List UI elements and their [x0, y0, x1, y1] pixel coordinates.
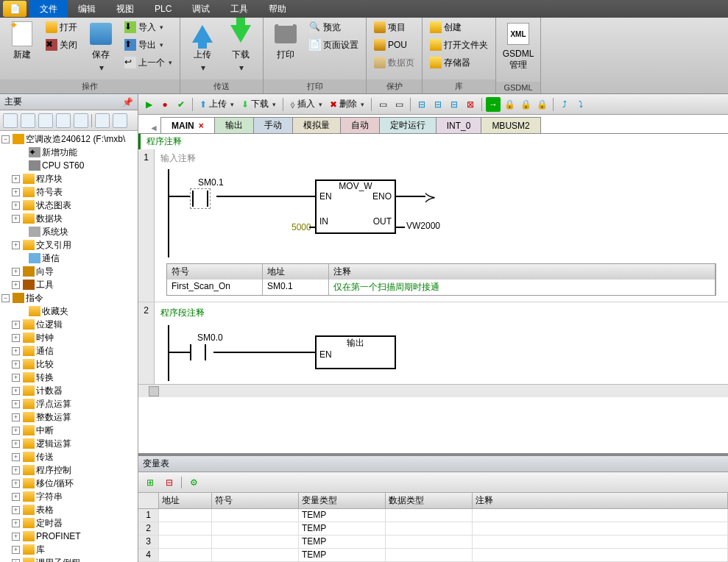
upload-button[interactable]: 上传▾ [185, 19, 220, 73]
vt-delete-icon[interactable]: ⊟ [162, 475, 177, 490]
tb-goto[interactable]: → [486, 97, 501, 112]
memory-button[interactable]: 存储器 [427, 54, 491, 71]
tree-logic[interactable]: +逻辑运算 [0, 437, 138, 450]
download-button[interactable]: 下载▾ [223, 19, 258, 73]
contact-sm0-1[interactable]: SM0.1 [190, 188, 211, 209]
tree-shift[interactable]: +移位/循环 [0, 477, 138, 490]
tree-project-root[interactable]: −空调改造240612 (F:\mxb\ [0, 132, 138, 146]
tb-b4[interactable]: ⊟ [431, 97, 445, 112]
tree-interrupt[interactable]: +中断 [0, 424, 138, 437]
menu-tools[interactable]: 工具 [220, 0, 258, 18]
create-button[interactable]: 创建 [427, 19, 491, 35]
tab-timer-run[interactable]: 定时运行 [379, 117, 437, 133]
tb-download[interactable]: ⬇下载▾ [238, 98, 279, 110]
tree-cross-ref[interactable]: +交叉引用 [0, 238, 138, 252]
pou-button[interactable]: POU [371, 37, 417, 53]
tree-bit[interactable]: +位逻辑 [0, 318, 138, 331]
tree-tools[interactable]: +工具 [0, 278, 138, 291]
tab-auto[interactable]: 自动 [340, 117, 380, 133]
pagesetup-button[interactable]: 📄页面设置 [306, 37, 361, 53]
close-button[interactable]: ✖关闭 [43, 37, 80, 53]
prev-button[interactable]: ↩上一个▾ [121, 54, 175, 71]
export-button[interactable]: ⬆导出▾ [121, 37, 175, 53]
vt-build-icon[interactable]: ⚙ [186, 475, 201, 490]
tb-lock1[interactable]: 🔒 [502, 97, 517, 112]
tab-analog[interactable]: 模拟量 [292, 117, 341, 133]
tb-branch1[interactable]: ⤴ [557, 97, 572, 112]
tab-output[interactable]: 输出 [214, 117, 254, 133]
tree-status-chart[interactable]: +状态图表 [0, 199, 138, 212]
contact-sm0-0[interactable]: SM0.0 [190, 344, 206, 360]
tree-subr[interactable]: +调用子例程 [0, 556, 138, 562]
tree-table[interactable]: +表格 [0, 503, 138, 516]
tb-upload[interactable]: ⬆上传▾ [197, 98, 237, 110]
menu-plc[interactable]: PLC [144, 0, 182, 18]
vt-insert-icon[interactable]: ⊞ [143, 475, 158, 490]
vt-row-1[interactable]: 1TEMP [138, 509, 728, 522]
tree-comm[interactable]: 通信 [0, 252, 138, 265]
tree-new-feature[interactable]: ✦新增功能 [0, 146, 138, 159]
lt-btn-2[interactable] [21, 113, 35, 128]
tb-delete[interactable]: ✖删除▾ [327, 98, 367, 110]
mov-w-block[interactable]: MOV_W ENENO INOUT [315, 179, 396, 234]
tb-lock3[interactable]: 🔒 [534, 97, 549, 112]
tab-main[interactable]: MAIN× [160, 117, 215, 133]
project-button[interactable]: 项目 [371, 19, 417, 35]
editor-scroll[interactable] [138, 384, 728, 397]
tab-mbusm2[interactable]: MBUSM2 [481, 117, 540, 133]
menu-view[interactable]: 视图 [106, 0, 144, 18]
tree-profinet[interactable]: +PROFINET [0, 530, 138, 543]
left-pane-pin-icon[interactable]: 📌 [122, 97, 133, 107]
tree-convert[interactable]: +转换 [0, 371, 138, 384]
stop-button[interactable]: ● [158, 97, 172, 112]
preview-button[interactable]: 🔍预览 [306, 19, 361, 35]
tree-float[interactable]: +浮点运算 [0, 397, 138, 410]
tree-counter[interactable]: +计数器 [0, 384, 138, 397]
compile-button[interactable]: ✔ [174, 97, 188, 112]
menu-file[interactable]: 文件 [29, 0, 68, 18]
tree-prog-block[interactable]: +程序块 [0, 172, 138, 185]
output-block[interactable]: 输出 EN [315, 335, 396, 369]
vt-row-2[interactable]: 2TEMP [138, 522, 728, 536]
lt-btn-6[interactable] [95, 113, 110, 128]
gsdml-button[interactable]: XMLGSDML 管理 [501, 19, 536, 71]
tb-lock2[interactable]: 🔒 [518, 97, 533, 112]
tree-lib[interactable]: +库 [0, 543, 138, 556]
tb-b1[interactable]: ▭ [375, 97, 390, 112]
tb-b5[interactable]: ⊟ [447, 97, 462, 112]
symbol-row[interactable]: First_Scan_OnSM0.1仅在第一个扫描周期时接通 [167, 280, 715, 295]
tree-int[interactable]: +整数运算 [0, 410, 138, 424]
vt-row-4[interactable]: 4TEMP [138, 549, 728, 562]
ladder-editor[interactable]: 程序注释 1 输入注释 SM0.1 MOV_W [138, 134, 728, 453]
close-icon[interactable]: × [199, 121, 204, 131]
run-button[interactable]: ▶ [141, 97, 156, 112]
tree-wizard[interactable]: +向导 [0, 265, 138, 278]
tab-int0[interactable]: INT_0 [436, 117, 482, 133]
tb-insert[interactable]: ⎀插入▾ [287, 98, 325, 110]
tb-b2[interactable]: ▭ [392, 97, 406, 112]
lt-btn-1[interactable] [3, 113, 18, 128]
vt-row-3[interactable]: 3TEMP [138, 536, 728, 549]
tb-branch2[interactable]: ⤵ [573, 97, 588, 112]
import-button[interactable]: ⬇导入▾ [121, 19, 175, 35]
lt-btn-3[interactable] [38, 113, 53, 128]
save-button[interactable]: 保存▾ [83, 19, 119, 73]
tab-manual[interactable]: 手动 [253, 117, 293, 133]
tree-sys-block[interactable]: 系统块 [0, 225, 138, 238]
lt-btn-7[interactable] [113, 113, 127, 128]
lt-btn-4[interactable] [56, 113, 71, 128]
tree-clock[interactable]: +时钟 [0, 331, 138, 344]
tree-sym-table[interactable]: +符号表 [0, 185, 138, 199]
tree-data-block[interactable]: +数据块 [0, 212, 138, 225]
menu-debug[interactable]: 调试 [182, 0, 220, 18]
tb-b3[interactable]: ⊟ [414, 97, 429, 112]
tree-compare[interactable]: +比较 [0, 358, 138, 371]
tab-scroll-left[interactable]: ◄ [147, 123, 160, 133]
open-button[interactable]: 打开 [43, 19, 80, 35]
tree-prog-ctrl[interactable]: +程序控制 [0, 463, 138, 477]
tree-instr-root[interactable]: −指令 [0, 291, 138, 305]
tree-string[interactable]: +字符串 [0, 490, 138, 503]
tb-b6[interactable]: ⊠ [463, 97, 478, 112]
menu-edit[interactable]: 编辑 [68, 0, 106, 18]
tree-move[interactable]: +传送 [0, 450, 138, 463]
